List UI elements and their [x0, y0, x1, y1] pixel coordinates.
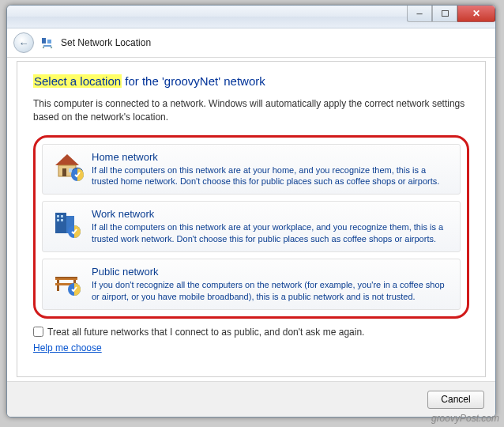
header-bar: ← Set Network Location [7, 28, 495, 58]
network-location-icon [40, 36, 55, 50]
svg-rect-13 [57, 215, 59, 217]
treat-public-checkbox[interactable] [33, 327, 43, 337]
dialog-window: ─ ✕ ← Set Network Location Select a loca… [6, 5, 496, 418]
option-title: Work network [92, 208, 452, 220]
svg-marker-5 [55, 154, 79, 165]
svg-point-3 [43, 47, 44, 48]
option-work-network[interactable]: Work network If all the computers on thi… [42, 201, 461, 252]
svg-rect-0 [42, 38, 46, 43]
footer: Cancel [7, 381, 495, 417]
cancel-button[interactable]: Cancel [427, 391, 484, 409]
help-link[interactable]: Help me choose [33, 342, 102, 353]
option-title: Home network [92, 151, 452, 163]
instruction-text: Select a location for the 'groovyNet' ne… [33, 74, 469, 88]
svg-rect-16 [61, 219, 63, 221]
header-title: Set Network Location [61, 37, 151, 48]
minimize-icon: ─ [416, 9, 422, 18]
svg-point-4 [51, 47, 52, 48]
public-network-icon [51, 266, 84, 299]
svg-rect-1 [47, 40, 51, 43]
svg-rect-7 [62, 168, 66, 176]
arrow-left-icon: ← [19, 37, 29, 49]
treat-public-label: Treat all future networks that I connect… [47, 327, 364, 338]
svg-rect-2 [43, 45, 51, 47]
svg-rect-14 [61, 215, 63, 217]
titlebar: ─ ✕ [7, 6, 495, 28]
option-home-network[interactable]: Home network If all the computers on thi… [42, 144, 461, 195]
maximize-button[interactable] [432, 6, 457, 22]
work-network-icon [51, 208, 84, 241]
option-public-network[interactable]: Public network If you don't recognize al… [42, 259, 461, 310]
minimize-button[interactable]: ─ [407, 6, 432, 22]
svg-rect-19 [55, 277, 77, 278]
treat-public-checkbox-row[interactable]: Treat all future networks that I connect… [33, 327, 469, 338]
back-button[interactable]: ← [13, 32, 34, 53]
option-title: Public network [92, 266, 452, 278]
dialog-body: Select a location for the 'groovyNet' ne… [17, 61, 486, 377]
close-button[interactable]: ✕ [457, 6, 495, 22]
home-network-icon [51, 151, 84, 184]
svg-rect-15 [57, 219, 59, 221]
description-text: This computer is connected to a network.… [33, 97, 469, 124]
options-highlight-ring: Home network If all the computers on thi… [33, 135, 469, 319]
close-icon: ✕ [472, 8, 480, 19]
maximize-icon [442, 10, 449, 17]
instruction-highlight: Select a location [33, 74, 122, 88]
option-description: If you don't recognize all the computers… [92, 279, 452, 303]
option-description: If all the computers on this network are… [92, 221, 452, 245]
option-description: If all the computers on this network are… [92, 164, 452, 188]
